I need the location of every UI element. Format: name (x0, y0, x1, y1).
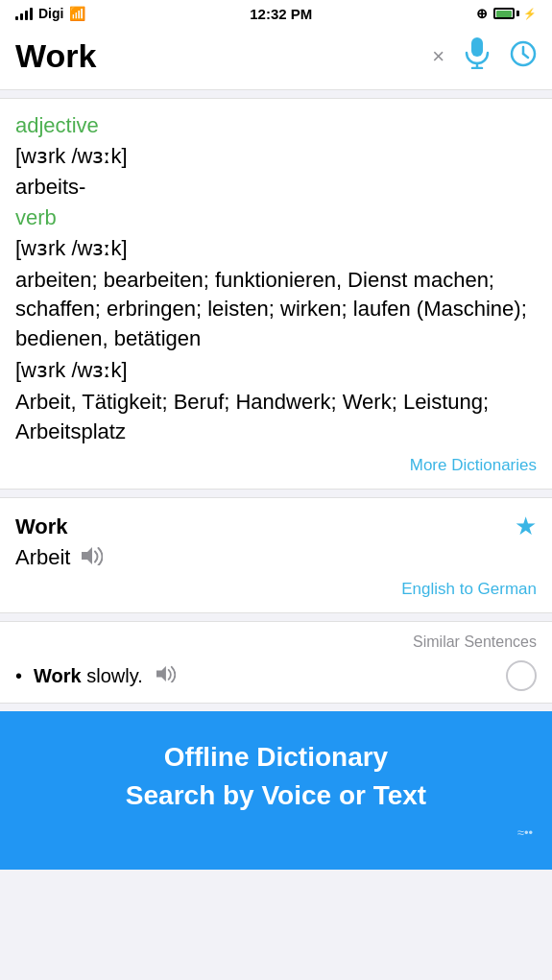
promo-banner: Offline Dictionary Search by Voice or Te… (0, 711, 552, 869)
header: Work × (0, 27, 552, 90)
close-button[interactable]: × (432, 44, 444, 69)
svg-line-5 (523, 54, 528, 58)
sentence-row: • Work slowly. (15, 660, 537, 691)
banner-line1: Offline Dictionary (19, 738, 533, 776)
translation-adjective: arbeits- (15, 173, 537, 203)
similar-sentences-card: Similar Sentences • Work slowly. (0, 621, 552, 704)
header-actions: × (432, 36, 537, 76)
page-title: Work (15, 37, 432, 75)
logo-icon: ≈•• (517, 825, 533, 840)
dictionary-card: adjective [wɜrk /wɜːk] arbeits- verb [wɜ… (0, 98, 552, 490)
svg-marker-6 (82, 547, 92, 564)
select-sentence-button[interactable] (506, 660, 537, 691)
pronunciation-verb: [wɜrk /wɜːk] (15, 234, 537, 264)
svg-rect-0 (471, 37, 483, 57)
status-left: Digi 📶 (15, 6, 85, 21)
more-dictionaries-link[interactable]: More Dictionaries (15, 456, 537, 475)
history-icon[interactable] (510, 40, 537, 73)
translation-row: Arbeit (15, 545, 537, 570)
status-bar: Digi 📶 12:32 PM ⊕ ⚡ (0, 0, 552, 27)
pronunciation-adjective: [wɜrk /wɜːk] (15, 142, 537, 172)
carrier-label: Digi (38, 6, 63, 21)
translation-word: Work (15, 514, 68, 539)
language-pair-link[interactable]: English to German (15, 580, 537, 599)
adjective-label: adjective (15, 112, 537, 140)
verb-label: verb (15, 204, 537, 232)
signal-icon (15, 8, 33, 20)
status-right: ⊕ ⚡ (476, 6, 537, 21)
bullet-point: • (15, 665, 22, 687)
banner-line2: Search by Voice or Text (19, 777, 533, 814)
microphone-icon[interactable] (464, 36, 491, 76)
sentence-bold: Work (34, 665, 82, 686)
pronunciation-noun: [wɜrk /wɜːk] (15, 356, 537, 386)
battery-icon: ⚡ (493, 8, 537, 20)
translated-word: Arbeit (15, 545, 70, 570)
translation-card: Work ★ Arbeit English to German (0, 497, 552, 613)
sentence-left: • Work slowly. (15, 665, 176, 687)
svg-marker-7 (156, 666, 166, 681)
translation-noun-definitions: Arbeit, Tätigkeit; Beruf; Handwerk; Werk… (15, 388, 537, 447)
sentence-rest: slowly. (82, 665, 143, 686)
wifi-icon: 📶 (69, 6, 85, 21)
sentence-speaker-icon[interactable] (155, 665, 176, 687)
sentence-text: Work slowly. (34, 665, 143, 687)
speaker-icon[interactable] (80, 546, 103, 570)
translation-card-header: Work ★ (15, 512, 537, 541)
similar-sentences-header: Similar Sentences (15, 633, 537, 651)
translation-verb-definitions: arbeiten; bearbeiten; funktionieren, Die… (15, 266, 537, 354)
favorite-icon[interactable]: ★ (515, 512, 537, 541)
screen-record-icon: ⊕ (476, 6, 488, 21)
time-label: 12:32 PM (250, 6, 312, 22)
